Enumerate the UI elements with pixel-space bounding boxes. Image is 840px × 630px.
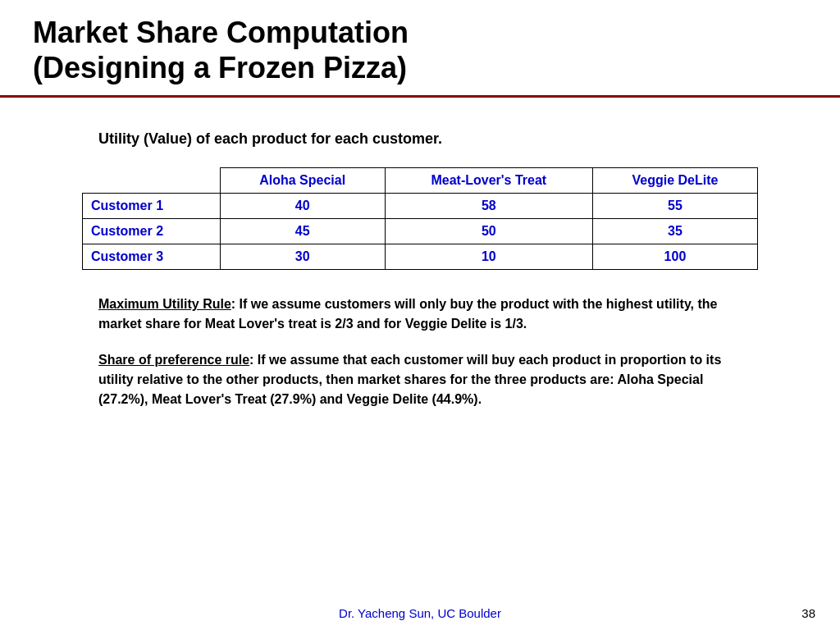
table-row: Customer 1 40 58 55 [83, 194, 758, 219]
table-header-aloha: Aloha Special [220, 168, 385, 194]
customer-3-label: Customer 3 [83, 244, 221, 270]
customer-1-aloha: 40 [220, 194, 385, 219]
customer-2-meat: 50 [385, 219, 592, 244]
customer-2-label: Customer 2 [83, 219, 221, 244]
title-line1: Market Share Computation [33, 16, 409, 49]
rules-section: Maximum Utility Rule: If we assume custo… [98, 294, 742, 409]
customer-1-label: Customer 1 [83, 194, 221, 219]
utility-table: Aloha Special Meat-Lover's Treat Veggie … [82, 167, 758, 270]
footer-text: Dr. Yacheng Sun, UC Boulder [0, 606, 840, 620]
utility-table-container: Aloha Special Meat-Lover's Treat Veggie … [82, 167, 758, 270]
main-content: Utility (Value) of each product for each… [0, 98, 840, 442]
rule-2-title: Share of preference rule [98, 353, 249, 367]
title-line2: (Designing a Frozen Pizza) [33, 51, 407, 84]
rule-1-block: Maximum Utility Rule: If we assume custo… [98, 294, 742, 334]
rule-2-block: Share of preference rule: If we assume t… [98, 350, 742, 409]
customer-3-meat: 10 [385, 244, 592, 270]
customer-1-meat: 58 [385, 194, 592, 219]
page-header: Market Share Computation (Designing a Fr… [0, 0, 840, 98]
table-header-veggie: Veggie DeLite [592, 168, 757, 194]
page-title: Market Share Computation (Designing a Fr… [33, 15, 807, 85]
table-row: Customer 2 45 50 35 [83, 219, 758, 244]
customer-2-aloha: 45 [220, 219, 385, 244]
subtitle: Utility (Value) of each product for each… [98, 130, 791, 148]
table-header-meat: Meat-Lover's Treat [385, 168, 592, 194]
customer-1-veggie: 55 [592, 194, 757, 219]
table-header-empty [83, 168, 221, 194]
page-number: 38 [801, 606, 815, 620]
rule-1-title: Maximum Utility Rule [98, 297, 231, 311]
customer-3-aloha: 30 [220, 244, 385, 270]
table-row: Customer 3 30 10 100 [83, 244, 758, 270]
customer-3-veggie: 100 [592, 244, 757, 270]
customer-2-veggie: 35 [592, 219, 757, 244]
